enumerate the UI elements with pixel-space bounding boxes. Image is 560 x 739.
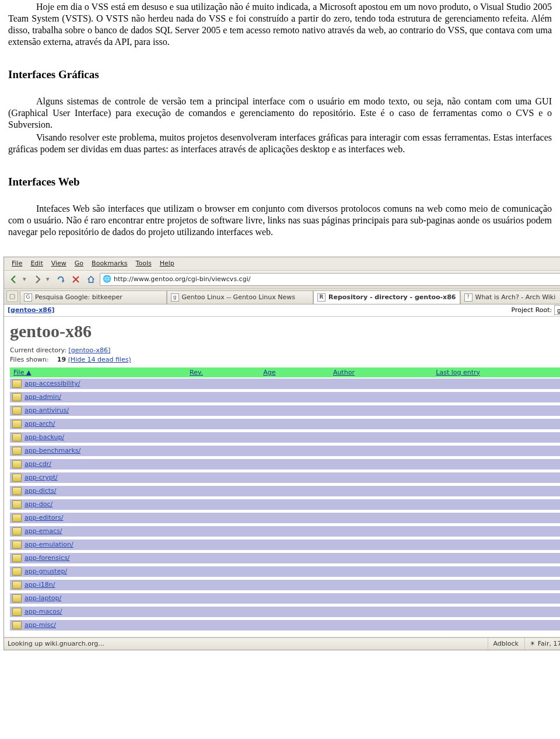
tab[interactable]: gGentoo Linux -- Gentoo Linux News bbox=[167, 290, 314, 304]
dir-link[interactable]: app-cdr/ bbox=[24, 460, 51, 468]
menu-view-label: View bbox=[51, 260, 66, 267]
dir-link[interactable]: app-accessibility/ bbox=[24, 380, 80, 388]
dir-link[interactable]: app-arch/ bbox=[24, 420, 55, 428]
dir-link[interactable]: app-laptop/ bbox=[24, 594, 61, 603]
breadcrumb-root[interactable]: [gentoo-x86] bbox=[8, 306, 55, 314]
current-dir-link[interactable]: [gentoo-x86] bbox=[68, 346, 110, 354]
dir-link[interactable]: app-doc/ bbox=[24, 500, 52, 509]
folder-icon bbox=[12, 514, 22, 522]
dir-link[interactable]: app-emulation/ bbox=[24, 541, 74, 549]
directory-rows: app-accessibility/app-admin/app-antiviru… bbox=[10, 379, 560, 632]
table-row[interactable]: app-editors/ bbox=[10, 513, 560, 523]
table-row[interactable]: app-backup/ bbox=[10, 432, 560, 443]
dir-link[interactable]: app-benchmarks/ bbox=[24, 447, 80, 455]
dir-link[interactable]: app-editors/ bbox=[24, 514, 63, 522]
menu-go-label: Go bbox=[75, 260, 83, 267]
repo-title: gentoo-x86 bbox=[10, 320, 560, 342]
table-row[interactable]: app-arch/ bbox=[10, 419, 560, 429]
table-row[interactable]: app-emacs/ bbox=[10, 526, 560, 537]
table-row[interactable]: app-laptop/ bbox=[10, 593, 560, 604]
menu-tools[interactable]: Tools bbox=[132, 258, 156, 269]
status-bar: Looking up wiki.gnuarch.org... Adblock ☀… bbox=[4, 638, 560, 650]
dir-link[interactable]: app-admin/ bbox=[24, 393, 61, 401]
menu-help[interactable]: Help bbox=[156, 258, 178, 269]
forward-history-dropdown[interactable]: ▾ bbox=[46, 275, 52, 283]
table-row[interactable]: app-emulation/ bbox=[10, 540, 560, 550]
tab-active[interactable]: RRepository - directory - gentoo-x86 bbox=[313, 290, 460, 304]
table-row[interactable]: app-misc/ bbox=[10, 620, 560, 631]
table-row[interactable]: app-accessibility/ bbox=[10, 379, 560, 389]
back-history-dropdown[interactable]: ▾ bbox=[23, 275, 29, 283]
table-row[interactable]: app-cdr/ bbox=[10, 459, 560, 470]
new-tab-button[interactable]: ▢ bbox=[6, 290, 18, 302]
menu-edit-label: Edit bbox=[30, 260, 43, 267]
stop-button[interactable] bbox=[69, 273, 82, 286]
menu-bar: File Edit View Go Bookmarks Tools Help bbox=[4, 257, 560, 271]
table-row[interactable]: app-gnustep/ bbox=[10, 566, 560, 577]
dir-link[interactable]: app-gnustep/ bbox=[24, 568, 67, 576]
favicon-icon: ? bbox=[464, 293, 473, 302]
folder-icon bbox=[12, 527, 22, 535]
col-file[interactable]: File ▲ bbox=[10, 367, 186, 378]
paragraph: Visando resolver este problema, muitos p… bbox=[8, 132, 552, 155]
table-row[interactable]: app-doc/ bbox=[10, 499, 560, 510]
dir-link[interactable]: app-dicts/ bbox=[24, 487, 57, 495]
dir-link[interactable]: app-macos/ bbox=[24, 608, 62, 616]
dir-link[interactable]: app-backup/ bbox=[24, 433, 64, 442]
document-body: Hoje em dia o VSS está em desuso e sua u… bbox=[0, 1, 560, 250]
tab[interactable]: ?What is Arch? - Arch Wiki bbox=[460, 290, 561, 304]
adblock-indicator[interactable]: Adblock bbox=[488, 638, 519, 650]
url-bar[interactable]: 🌐 http://www.gentoo.org/cgi-bin/viewcvs.… bbox=[100, 273, 560, 286]
tab[interactable]: GPesquisa Google: bitkeeper bbox=[20, 290, 167, 304]
table-row[interactable]: app-dicts/ bbox=[10, 486, 560, 496]
reload-button[interactable] bbox=[54, 273, 67, 286]
paragraph: Alguns sistemas de controle de versão te… bbox=[8, 96, 552, 131]
tab-label: What is Arch? - Arch Wiki bbox=[475, 293, 556, 302]
dir-link[interactable]: app-antivirus/ bbox=[24, 407, 69, 415]
dir-link[interactable]: app-emacs/ bbox=[24, 527, 62, 535]
section-heading-interfaces-web: Interfaces Web bbox=[8, 175, 552, 189]
menu-bookmarks[interactable]: Bookmarks bbox=[88, 258, 131, 269]
table-row[interactable]: app-benchmarks/ bbox=[10, 446, 560, 456]
menu-view[interactable]: View bbox=[47, 258, 71, 269]
menu-edit[interactable]: Edit bbox=[26, 258, 47, 269]
folder-icon bbox=[12, 608, 22, 616]
browser-window: File Edit View Go Bookmarks Tools Help ▾… bbox=[4, 257, 560, 651]
folder-icon bbox=[12, 474, 22, 482]
table-row[interactable]: app-antivirus/ bbox=[10, 405, 560, 416]
dir-link[interactable]: app-forensics/ bbox=[24, 554, 70, 562]
home-button[interactable] bbox=[85, 273, 97, 286]
menu-go[interactable]: Go bbox=[71, 258, 88, 269]
back-button[interactable] bbox=[8, 273, 20, 286]
folder-icon bbox=[12, 447, 22, 455]
weather-indicator: ☀ Fair, 17°C bbox=[524, 638, 560, 650]
col-author[interactable]: Author bbox=[330, 367, 432, 378]
paragraph: Intefaces Web são interfaces que utiliza… bbox=[8, 203, 552, 238]
dir-link[interactable]: app-i18n/ bbox=[24, 581, 55, 589]
col-age[interactable]: Age bbox=[260, 367, 330, 378]
dir-link[interactable]: app-misc/ bbox=[24, 621, 56, 629]
col-rev[interactable]: Rev. bbox=[186, 367, 260, 378]
files-shown-count: 19 bbox=[57, 356, 66, 363]
table-row[interactable]: app-forensics/ bbox=[10, 553, 560, 563]
hide-dead-files-link[interactable]: (Hide 14 dead files) bbox=[68, 356, 131, 363]
tab-label: Pesquisa Google: bitkeeper bbox=[35, 293, 123, 302]
favicon-icon: G bbox=[24, 293, 32, 302]
col-last-log[interactable]: Last log entry bbox=[432, 367, 560, 378]
table-row[interactable]: app-macos/ bbox=[10, 607, 560, 617]
folder-icon bbox=[12, 554, 22, 562]
folder-icon bbox=[12, 380, 22, 388]
menu-file[interactable]: File bbox=[8, 258, 26, 269]
dir-link[interactable]: app-crypt/ bbox=[24, 474, 58, 482]
tab-label: Gentoo Linux -- Gentoo Linux News bbox=[182, 293, 296, 302]
breadcrumb-bar: [gentoo-x86] Project Root: gentoo-x86 Go bbox=[4, 304, 560, 317]
forward-button[interactable] bbox=[31, 273, 44, 286]
folder-icon bbox=[12, 393, 22, 401]
project-root-select[interactable]: gentoo-x86 bbox=[554, 305, 560, 315]
table-row[interactable]: app-admin/ bbox=[10, 392, 560, 402]
table-row[interactable]: app-crypt/ bbox=[10, 472, 560, 483]
url-text: http://www.gentoo.org/cgi-bin/viewcvs.cg… bbox=[114, 275, 250, 283]
folder-icon bbox=[12, 420, 22, 428]
folder-icon bbox=[12, 500, 22, 509]
table-row[interactable]: app-i18n/ bbox=[10, 580, 560, 590]
